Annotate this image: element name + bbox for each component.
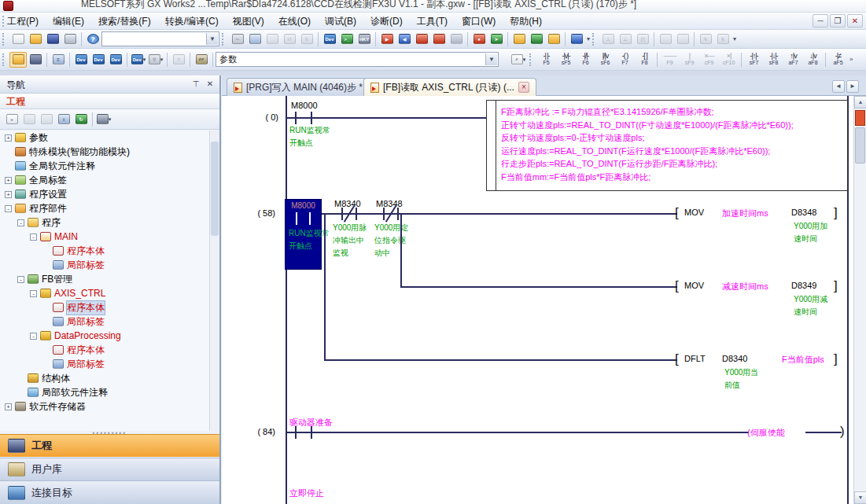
ladder-canvas[interactable]: ( 0) M8000 RUN监视常 开触点 F距离脉冲比 := F动力辊直径*E…: [222, 96, 866, 504]
ladder-scrollbar[interactable]: ▲ ▼: [853, 96, 866, 504]
monitor-write-mode-button[interactable]: [430, 31, 448, 47]
collapse-icon[interactable]: -: [30, 333, 37, 340]
nav-scrollbar[interactable]: [209, 131, 219, 431]
menu-tools[interactable]: 工具(T): [410, 13, 455, 31]
expand-icon[interactable]: +: [5, 134, 12, 142]
tab-prg-main[interactable]: [PRG]写入 MAIN (4046)步 *: [227, 78, 370, 96]
watch-stop-button[interactable]: ↯: [714, 31, 731, 47]
screen-display-button[interactable]: [568, 31, 585, 47]
device-comment-button[interactable]: Dev: [321, 31, 338, 47]
help-button[interactable]: ?: [84, 31, 101, 47]
open-project-button[interactable]: [27, 31, 44, 47]
skip-run-button[interactable]: [674, 31, 691, 47]
save-button[interactable]: [44, 31, 61, 47]
context-help-button[interactable]: ?: [170, 52, 187, 68]
menu-convert-compile[interactable]: 转换/编译(C): [158, 13, 226, 31]
find-target-combo[interactable]: 参数▼: [216, 52, 499, 67]
pulse-monitor-button[interactable]: ∏: [634, 31, 651, 47]
tree-item-main-body[interactable]: 程序本体: [0, 244, 219, 258]
zoom-dropdown-button[interactable]: ⌕▾: [510, 52, 527, 68]
coil-button[interactable]: -( )F7: [615, 50, 635, 69]
tree-item-main-local-label[interactable]: 局部标签: [0, 258, 219, 272]
nav-paste-button[interactable]: [38, 112, 55, 127]
toolbar-grip[interactable]: [2, 53, 7, 66]
read-from-plc-button[interactable]: ◀: [396, 31, 413, 47]
menubar-grip[interactable]: [2, 16, 5, 27]
module-config-button[interactable]: [27, 52, 44, 68]
close-icon[interactable]: ✕: [204, 78, 216, 90]
stop-monitor-button[interactable]: ⊥: [617, 31, 634, 47]
toolbar-grip[interactable]: [222, 33, 227, 46]
rising-pulse-button[interactable]: -|↑|-sF7: [744, 50, 764, 69]
redo-button[interactable]: ↻: [298, 31, 315, 47]
device-batch-button[interactable]: >_: [338, 31, 356, 47]
toolbar-overflow-icon[interactable]: ▾: [733, 35, 736, 42]
menu-diagnostics[interactable]: 诊断(D): [363, 13, 410, 31]
step-run-button[interactable]: [657, 31, 674, 47]
tree-item-program[interactable]: -程序: [0, 215, 219, 230]
delete-vline-button[interactable]: ×|cF10: [719, 50, 739, 69]
toolbar-overflow-icon[interactable]: »: [849, 56, 853, 63]
nav-copy-button[interactable]: [20, 112, 38, 127]
tree-item-main[interactable]: -MAIN: [0, 230, 219, 244]
watch-start-button[interactable]: ↯: [697, 31, 714, 47]
write-to-plc-button[interactable]: ▶: [378, 31, 396, 47]
print-button[interactable]: [61, 31, 79, 47]
mdi-restore-icon[interactable]: ❐: [830, 14, 846, 28]
nav-refresh-button[interactable]: ↻: [72, 112, 90, 127]
toolbar-grip[interactable]: [2, 33, 7, 46]
falling-pulse-button[interactable]: -|↓|-sF8: [764, 50, 783, 69]
tree-item-local-comment[interactable]: 局部软元件注释: [0, 385, 219, 399]
tree-item-axis-ctrl-body[interactable]: 程序本体: [0, 300, 219, 315]
paste-button[interactable]: [263, 31, 281, 47]
expand-icon[interactable]: +: [5, 403, 12, 410]
tree-item-program-setting[interactable]: +程序设置: [0, 187, 219, 201]
expand-icon[interactable]: +: [5, 177, 12, 184]
undo-button[interactable]: ↺: [281, 31, 298, 47]
collapse-icon[interactable]: -: [17, 276, 24, 283]
toolbar-grip[interactable]: [592, 33, 597, 46]
open-branch-button[interactable]: -|v|-sF5: [556, 50, 576, 69]
quick-access-combo[interactable]: ▼: [101, 31, 219, 46]
scroll-up-icon[interactable]: ▲: [854, 96, 866, 109]
scrollbar-thumb[interactable]: [855, 127, 865, 164]
mdi-minimize-icon[interactable]: ─: [813, 14, 828, 28]
tree-item-global-label[interactable]: +全局标签: [0, 173, 219, 187]
tree-item-fb-management[interactable]: -FB管理: [0, 272, 219, 286]
nav-sort-dropdown[interactable]: ▾: [95, 112, 112, 127]
copy-button[interactable]: [246, 31, 263, 47]
nav-scrollbar-thumb[interactable]: [211, 142, 219, 236]
cut-button[interactable]: ✂: [229, 31, 246, 47]
chevron-down-icon[interactable]: ▼: [485, 53, 497, 65]
menu-help[interactable]: 帮助(H): [503, 13, 549, 31]
tree-item-device-memory[interactable]: +软元件存储器: [0, 399, 219, 414]
rising-pulse-branch-button[interactable]: ↑|vaF7: [783, 50, 803, 69]
tree-item-structure[interactable]: 结构体: [0, 371, 219, 385]
nav-view-project-button[interactable]: 工程: [0, 434, 219, 457]
tree-item-dataprocessing-body[interactable]: 程序本体: [0, 343, 219, 357]
navigation-toggle-button[interactable]: [9, 52, 27, 68]
horizontal-line-button[interactable]: ——F9: [660, 50, 680, 69]
entry-monitor-button[interactable]: HKY: [356, 31, 373, 47]
monitor-stop-button[interactable]: [448, 31, 465, 47]
menu-window[interactable]: 窗口(W): [455, 13, 503, 31]
scroll-down-icon[interactable]: ▼: [854, 491, 866, 504]
nav-view-connection-button[interactable]: 连接目标: [0, 480, 219, 504]
tree-item-dataprocessing-local-label[interactable]: 局部标签: [0, 357, 219, 371]
ladder-monitor-button[interactable]: [510, 31, 528, 47]
device-display-dropdown[interactable]: Dev▾: [130, 52, 147, 68]
mdi-close-icon[interactable]: ✕: [847, 14, 863, 28]
pin-icon[interactable]: ⊤: [190, 78, 202, 90]
device-comment-edit-button[interactable]: Dev: [72, 52, 90, 68]
device-run-button[interactable]: ➤: [488, 31, 505, 47]
closed-branch-button[interactable]: |/|vsF6: [595, 50, 615, 69]
vertical-line-button[interactable]: |sF9: [680, 50, 699, 69]
collapse-icon[interactable]: -: [30, 290, 37, 297]
nav-new-item-button[interactable]: +: [3, 112, 20, 127]
toolbar-grip[interactable]: [529, 53, 534, 66]
find-button[interactable]: ⌕⌕: [193, 52, 210, 68]
device-search-dropdown[interactable]: ⚲▾: [147, 52, 164, 68]
new-project-button[interactable]: [9, 31, 27, 47]
device-memory-button[interactable]: Dev: [90, 52, 107, 68]
start-monitor-button[interactable]: ⊥: [599, 31, 617, 47]
